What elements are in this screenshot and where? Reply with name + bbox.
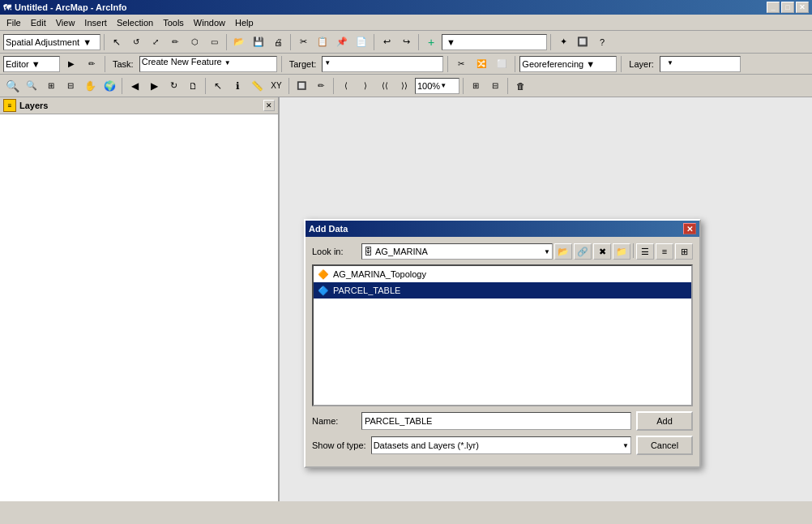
paging-btn2[interactable]: ⊟ [486, 77, 504, 95]
info-btn[interactable]: ℹ [229, 77, 246, 95]
dialog-new-folder-btn[interactable]: 📁 [613, 243, 630, 260]
help-btn[interactable]: ? [593, 33, 611, 51]
layer-arrow: ▼ [667, 59, 673, 67]
globe-btn[interactable]: 🌍 [100, 77, 118, 95]
rect-tool-btn[interactable]: ▭ [205, 33, 223, 51]
spatial-adjustment-dropdown[interactable]: Spatial Adjustment ▼ [3, 34, 100, 50]
menu-tools[interactable]: Tools [158, 16, 189, 29]
measure-btn[interactable]: 📏 [248, 77, 266, 95]
polygon-tool-btn[interactable]: ⬡ [186, 33, 203, 51]
georeferencing-dropdown[interactable]: Georeferencing ▼ [519, 56, 617, 72]
cancel-button[interactable]: Cancel [636, 436, 693, 455]
back-btn[interactable]: ◀ [126, 77, 143, 95]
edit-tool-2[interactable]: 🔀 [472, 55, 490, 73]
name-input[interactable] [361, 412, 631, 430]
menu-selection[interactable]: Selection [112, 16, 158, 29]
separator-5 [418, 34, 419, 50]
layers-icon: ≡ [3, 99, 16, 112]
editor-toolbar: Editor ▼ ▶ ✏ Task: Create New Feature ▼ … [0, 54, 812, 75]
zoom-out-btn[interactable]: 🔍 [23, 77, 41, 95]
nav-btn3[interactable]: ⟨⟨ [376, 77, 394, 95]
menu-help[interactable]: Help [230, 16, 259, 29]
sep-n2 [205, 78, 206, 94]
scale-tool-btn[interactable]: ⤢ [147, 33, 165, 51]
target-dropdown[interactable]: ▼ [322, 56, 443, 72]
dialog-thumb-btn[interactable]: ⊞ [675, 243, 693, 260]
close-button[interactable]: ✕ [796, 2, 809, 13]
pan-btn[interactable]: ✋ [81, 77, 99, 95]
menu-edit[interactable]: Edit [26, 16, 51, 29]
edit-vertices-btn[interactable]: ✦ [554, 33, 572, 51]
delete-table-btn[interactable]: 🗑 [511, 77, 529, 95]
paste2-btn[interactable]: 📄 [353, 33, 370, 51]
menu-file[interactable]: File [2, 16, 26, 29]
dialog-connect-btn[interactable]: 🔗 [574, 243, 592, 260]
show-type-label: Show of type: [312, 440, 366, 450]
file-list[interactable]: 🔶 AG_MARINA_Topology 🔷 PARCEL_TABLE [312, 264, 693, 406]
paging-btn1[interactable]: ⊞ [467, 77, 485, 95]
zoom-extent-btn[interactable]: ⊞ [42, 77, 60, 95]
show-type-value: Datasets and Layers (*.lyr) [374, 440, 479, 450]
graphics-btn[interactable]: 🔲 [293, 77, 310, 95]
editor-play-btn[interactable]: ▶ [62, 55, 80, 73]
save-btn[interactable]: 💾 [250, 33, 267, 51]
copy-btn[interactable]: 📋 [314, 33, 331, 51]
sep-n4 [333, 78, 334, 94]
add-data-dialog: Add Data ✕ Look in: 🗄 AG_MARINA [304, 219, 701, 468]
open-btn[interactable]: 📂 [230, 33, 248, 51]
toc-close-button[interactable]: ✕ [263, 100, 275, 111]
identify-btn[interactable]: 🔲 [574, 33, 592, 51]
dialog-disconnect-btn[interactable]: ✖ [593, 243, 611, 260]
app-icon: 🗺 [3, 3, 11, 12]
zoom-in-btn[interactable]: 🔍 [3, 77, 21, 95]
menu-window[interactable]: Window [189, 16, 230, 29]
print-btn[interactable]: 🖨 [269, 33, 287, 51]
look-in-container: 🗄 AG_MARINA ▼ 📂 🔗 ✖ 📁 [361, 243, 693, 260]
toc-title: ≡ Layers [3, 99, 48, 112]
paste-btn[interactable]: 📌 [333, 33, 351, 51]
layer-search-dropdown[interactable]: ▼ [442, 34, 547, 50]
editor-dropdown[interactable]: Editor ▼ [3, 56, 60, 72]
nav-btn1[interactable]: ⟨ [337, 77, 355, 95]
spatial-adjustment-toolbar: Spatial Adjustment ▼ ↖ ↺ ⤢ ✏ ⬡ ▭ 📂 💾 🖨 ✂… [0, 31, 812, 54]
select-btn[interactable]: ↖ [209, 77, 227, 95]
dialog-close-button[interactable]: ✕ [683, 223, 696, 234]
find-btn[interactable]: XY [267, 77, 285, 95]
redo-btn[interactable]: ↪ [397, 33, 415, 51]
show-type-dropdown[interactable]: Datasets and Layers (*.lyr) ▼ [371, 436, 631, 454]
menu-insert[interactable]: Insert [79, 16, 112, 29]
select-tool-btn[interactable]: ↖ [108, 33, 126, 51]
forward-btn[interactable]: ▶ [145, 77, 163, 95]
layout-btn[interactable]: 🗋 [184, 77, 202, 95]
maximize-button[interactable]: □ [781, 2, 794, 13]
dialog-detail-btn[interactable]: ≡ [656, 243, 673, 260]
editor-pencil-btn[interactable]: ✏ [83, 55, 100, 73]
rotate-tool-btn[interactable]: ↺ [127, 33, 145, 51]
dialog-list-btn[interactable]: ☰ [636, 243, 654, 260]
draw-btn[interactable]: ✏ [312, 77, 330, 95]
edit-tool-1[interactable]: ✂ [452, 55, 470, 73]
nav-btn4[interactable]: ⟩⟩ [395, 77, 413, 95]
nav-btn2[interactable]: ⟩ [357, 77, 374, 95]
task-dropdown[interactable]: Create New Feature ▼ [139, 56, 277, 72]
sep-e1 [105, 56, 105, 72]
undo-btn[interactable]: ↩ [378, 33, 395, 51]
minimize-button[interactable]: _ [767, 2, 780, 13]
zoom-dropdown[interactable]: 100% ▼ [415, 78, 459, 94]
cut-btn[interactable]: ✂ [294, 33, 312, 51]
zoom-full-btn[interactable]: ⊟ [62, 77, 79, 95]
dialog-folder-up-btn[interactable]: 📂 [554, 243, 572, 260]
look-in-arrow: ▼ [544, 248, 550, 256]
file-item-topology[interactable]: 🔶 AG_MARINA_Topology [314, 266, 691, 282]
layer-dropdown[interactable]: ▼ [660, 56, 741, 72]
add-data-btn[interactable]: + [422, 33, 440, 51]
look-in-dropdown[interactable]: 🗄 AG_MARINA ▼ [361, 243, 553, 260]
toc-panel: ≡ Layers ✕ [0, 97, 280, 501]
edit-tool-3[interactable]: ⬜ [493, 55, 511, 73]
add-button[interactable]: Add [636, 411, 693, 431]
menu-view[interactable]: View [51, 16, 80, 29]
file-item-table[interactable]: 🔷 PARCEL_TABLE [314, 282, 691, 299]
sketch-tool-btn[interactable]: ✏ [166, 33, 184, 51]
name-label: Name: [312, 416, 357, 426]
refresh-btn[interactable]: ↻ [165, 77, 182, 95]
